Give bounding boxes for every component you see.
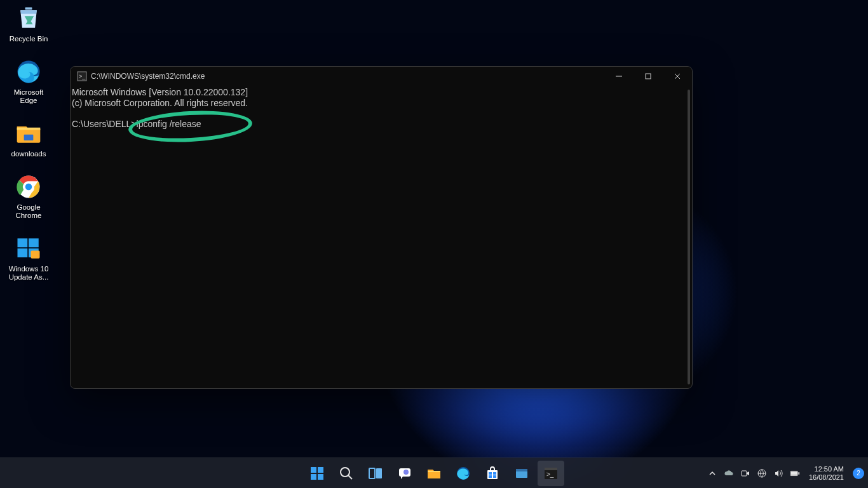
svg-rect-0 — [25, 8, 32, 10]
taskbar-edge[interactable] — [450, 461, 477, 486]
cmd-terminal[interactable]: Microsoft Windows [Version 10.0.22000.13… — [71, 86, 692, 388]
svg-rect-29 — [493, 475, 496, 478]
svg-text:>_: >_ — [546, 471, 554, 478]
recycle-bin-icon — [14, 4, 43, 33]
svg-rect-39 — [791, 471, 797, 475]
desktop-icon-downloads[interactable]: downloads — [4, 119, 53, 158]
taskbar-start[interactable] — [304, 461, 330, 486]
taskbar[interactable]: >_ 12:50 AM 16/08/2021 2 — [0, 458, 868, 488]
tray-clock[interactable]: 12:50 AM 16/08/2021 — [809, 465, 844, 482]
taskbar-taskview[interactable] — [362, 461, 389, 486]
svg-rect-21 — [376, 468, 382, 478]
svg-text:>_: >_ — [79, 73, 86, 79]
cmd-app-icon: >_ — [77, 71, 87, 81]
cmd-scrollbar[interactable] — [688, 90, 690, 384]
taskbar-systray: 12:50 AM 16/08/2021 2 — [707, 465, 864, 482]
svg-point-5 — [25, 184, 32, 191]
svg-rect-16 — [318, 467, 323, 473]
svg-rect-18 — [318, 474, 323, 480]
chrome-icon — [14, 172, 43, 201]
tray-time: 12:50 AM — [809, 465, 844, 473]
desktop-icon-chrome[interactable]: Google Chrome — [4, 172, 53, 220]
cmd-titlebar[interactable]: >_ C:\WINDOWS\system32\cmd.exe — [71, 67, 692, 86]
svg-rect-8 — [18, 248, 28, 257]
edge-icon — [14, 57, 43, 86]
taskbar-center: >_ — [304, 461, 564, 486]
tray-language-icon[interactable] — [757, 468, 767, 478]
tray-meetnow-icon[interactable] — [740, 468, 750, 478]
cmd-command: ipconfig /release — [137, 119, 201, 129]
tray-icons — [724, 468, 800, 478]
tray-chevron-up-icon[interactable] — [707, 468, 717, 478]
cmd-banner-line1: Microsoft Windows [Version 10.0.22000.13… — [72, 87, 248, 97]
desktop-icons: Recycle Bin Microsoft Edge downloads Goo… — [4, 4, 55, 295]
maximize-button[interactable] — [634, 67, 663, 86]
taskbar-chat[interactable] — [391, 461, 418, 486]
svg-point-23 — [403, 470, 409, 475]
desktop-icon-label: downloads — [11, 150, 46, 158]
taskbar-explorer[interactable] — [421, 461, 447, 486]
windows-update-icon — [14, 234, 43, 263]
svg-rect-35 — [742, 471, 747, 476]
desktop-icon-edge[interactable]: Microsoft Edge — [4, 57, 53, 105]
svg-rect-7 — [29, 238, 39, 247]
svg-rect-15 — [311, 467, 316, 473]
desktop[interactable]: Recycle Bin Microsoft Edge downloads Goo… — [0, 0, 868, 488]
cmd-title-text: C:\WINDOWS\system32\cmd.exe — [91, 72, 604, 81]
svg-rect-31 — [516, 469, 527, 471]
svg-rect-33 — [545, 468, 557, 470]
desktop-icon-label: Recycle Bin — [10, 35, 48, 43]
tray-battery-icon[interactable] — [790, 468, 800, 478]
cmd-banner-line2: (c) Microsoft Corporation. All rights re… — [72, 98, 248, 108]
svg-rect-26 — [489, 472, 492, 475]
cmd-prompt: C:\Users\DELL> — [72, 119, 137, 129]
tray-notification-badge[interactable]: 2 — [853, 468, 864, 479]
svg-rect-10 — [31, 251, 40, 259]
cmd-window[interactable]: >_ C:\WINDOWS\system32\cmd.exe Microsoft… — [70, 66, 693, 389]
taskbar-cmd[interactable]: >_ — [538, 461, 564, 486]
close-button[interactable] — [663, 67, 692, 86]
svg-rect-6 — [18, 238, 28, 247]
svg-rect-14 — [646, 74, 651, 79]
desktop-icon-win10-update[interactable]: Windows 10 Update As... — [4, 234, 53, 281]
tray-onedrive-icon[interactable] — [724, 468, 734, 478]
svg-rect-2 — [24, 135, 34, 140]
svg-rect-20 — [369, 468, 375, 478]
desktop-icon-label: Windows 10 Update As... — [4, 265, 53, 281]
tray-date: 16/08/2021 — [809, 473, 844, 482]
minimize-button[interactable] — [604, 67, 634, 86]
tray-volume-icon[interactable] — [773, 468, 783, 478]
folder-icon — [14, 119, 43, 148]
svg-point-19 — [341, 468, 349, 477]
taskbar-store[interactable] — [479, 461, 506, 486]
svg-rect-17 — [311, 474, 316, 480]
desktop-icon-label: Google Chrome — [4, 203, 53, 220]
svg-rect-38 — [798, 472, 799, 475]
svg-rect-28 — [489, 475, 492, 478]
desktop-icon-recycle-bin[interactable]: Recycle Bin — [4, 4, 53, 43]
desktop-icon-label: Microsoft Edge — [4, 88, 53, 105]
taskbar-settings-app[interactable] — [508, 461, 535, 486]
svg-rect-27 — [493, 472, 496, 475]
taskbar-search[interactable] — [333, 461, 360, 486]
